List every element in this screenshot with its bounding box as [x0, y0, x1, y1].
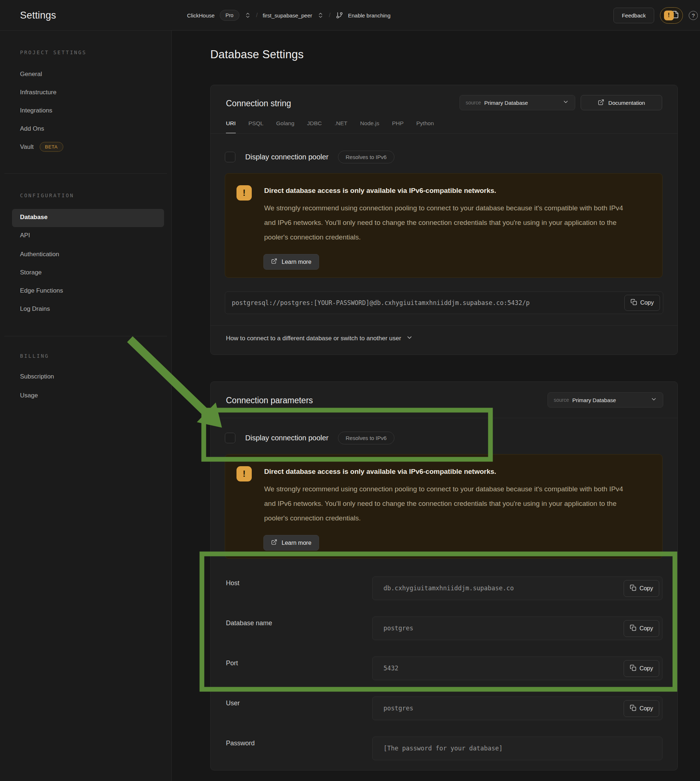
warning-title: Direct database access is only available… [264, 468, 496, 476]
display-connection-pooler-checkbox[interactable] [225, 152, 235, 162]
connection-parameters-title: Connection parameters [226, 396, 313, 406]
source-select-value: Primary Database [484, 100, 559, 106]
connect-help-expander[interactable]: How to connect to a different database o… [226, 334, 413, 343]
sidebar-item-authentication[interactable]: Authentication [20, 251, 59, 258]
connection-string-card: Connection string source Primary Databas… [210, 85, 678, 355]
card-divider [211, 133, 677, 134]
source-select-value: Primary Database [572, 397, 647, 403]
tab-jdbc[interactable]: JDBC [307, 120, 322, 134]
user-input: postgres Copy [372, 697, 663, 720]
help-icon[interactable]: ? [689, 11, 698, 20]
resolves-to-ipv6-badge: Resolves to IPv6 [338, 151, 394, 164]
connect-help-label: How to connect to a different database o… [226, 335, 401, 342]
connection-type-tabs: URI PSQL Golang JDBC .NET Node.js PHP Py… [226, 120, 434, 134]
copy-database-name-button[interactable]: Copy [623, 620, 659, 637]
tab-uri[interactable]: URI [226, 120, 236, 134]
source-select[interactable]: source Primary Database [548, 392, 663, 407]
warning-title: Direct database access is only available… [264, 187, 496, 195]
connection-parameters-card: Connection parameters source Primary Dat… [210, 381, 678, 771]
warning-alert-icon: ! [237, 185, 252, 200]
copy-uri-button[interactable]: Copy [624, 295, 660, 311]
warning-body: We strongly recommend using connection p… [264, 482, 633, 526]
section-project-settings: PROJECT SETTINGS [20, 50, 87, 55]
tab-nodejs[interactable]: Node.js [360, 120, 380, 134]
sidebar-item-vault[interactable]: Vault BETA [20, 142, 63, 152]
sidebar-item-general[interactable]: General [20, 71, 42, 78]
breadcrumb-org[interactable]: ClickHouse [187, 12, 215, 18]
card-divider [211, 325, 677, 326]
tab-golang[interactable]: Golang [276, 120, 294, 134]
learn-more-label: Learn more [282, 259, 312, 265]
chevrons-up-down-icon[interactable] [245, 12, 251, 18]
source-select[interactable]: source Primary Database [460, 95, 575, 110]
learn-more-button[interactable]: Learn more [263, 535, 319, 551]
copy-button-label: Copy [640, 665, 653, 672]
connection-uri-value: postgresql://postgres:[YOUR-PASSWORD]@db… [232, 292, 616, 314]
host-value: db.cxhygiuitamxhniiddjm.supabase.co [383, 577, 611, 600]
tab-php[interactable]: PHP [392, 120, 403, 134]
sidebar-item-log-drains[interactable]: Log Drains [20, 305, 50, 313]
copy-user-button[interactable]: Copy [623, 700, 659, 717]
database-name-input: postgres Copy [372, 616, 663, 640]
sidebar-item-storage[interactable]: Storage [20, 269, 42, 276]
port-label: Port [226, 659, 238, 667]
copy-port-button[interactable]: Copy [623, 660, 659, 677]
password-value: [The password for your database] [383, 737, 655, 760]
pooler-checkbox-label: Display connection pooler [245, 434, 328, 442]
sidebar-item-edge-functions[interactable]: Edge Functions [20, 287, 63, 294]
documentation-button-label: Documentation [608, 100, 645, 106]
external-link-icon [271, 539, 277, 547]
documentation-button[interactable]: Documentation [581, 95, 662, 110]
tab-psql[interactable]: PSQL [248, 120, 263, 134]
copy-button-label: Copy [640, 625, 653, 632]
tab-python[interactable]: Python [416, 120, 434, 134]
connection-uri-box: postgresql://postgres:[YOUR-PASSWORD]@db… [225, 292, 663, 314]
card-divider [211, 418, 677, 418]
main-page-title: Database Settings [210, 48, 304, 61]
chevron-down-icon [406, 334, 413, 343]
header-actions: Feedback ! ? [613, 0, 698, 30]
learn-more-button[interactable]: Learn more [263, 254, 319, 270]
copy-button-label: Copy [640, 300, 654, 306]
sidebar-item-subscription[interactable]: Subscription [20, 373, 54, 380]
settings-page: Settings ClickHouse Pro / first_supabase… [0, 0, 700, 781]
org-notification-chip[interactable]: ! [660, 7, 683, 23]
breadcrumb-project[interactable]: first_supabase_peer [263, 12, 312, 18]
pooler-checkbox-label: Display connection pooler [245, 153, 328, 161]
feedback-button[interactable]: Feedback [613, 8, 654, 23]
password-input: [The password for your database] [372, 737, 663, 760]
resolves-to-ipv6-badge: Resolves to IPv6 [338, 432, 394, 444]
warning-alert-icon: ! [237, 466, 252, 481]
display-connection-pooler-checkbox[interactable] [225, 433, 235, 443]
tab-dotnet[interactable]: .NET [335, 120, 347, 134]
sidebar-item-add-ons[interactable]: Add Ons [20, 125, 44, 132]
section-configuration: CONFIGURATION [20, 192, 74, 199]
sidebar-item-integrations[interactable]: Integrations [20, 107, 52, 114]
enable-branching-button[interactable]: Enable branching [348, 12, 391, 18]
chevron-down-icon [562, 98, 569, 107]
alert-icon: ! [664, 10, 674, 20]
user-value: postgres [383, 697, 611, 720]
beta-badge: BETA [40, 142, 63, 152]
copy-icon [630, 624, 636, 632]
external-link-icon [271, 258, 277, 266]
copy-icon [630, 664, 636, 673]
sidebar-item-usage[interactable]: Usage [20, 392, 38, 399]
sidebar-divider [4, 173, 167, 174]
copy-host-button[interactable]: Copy [623, 580, 659, 597]
copy-button-label: Copy [640, 705, 653, 712]
sidebar-item-api[interactable]: API [20, 232, 30, 239]
plan-badge: Pro [220, 10, 239, 21]
sidebar-divider [4, 336, 167, 336]
database-name-label: Database name [226, 619, 272, 627]
breadcrumb-separator: / [256, 12, 258, 18]
sidebar-item-database[interactable]: Database [20, 214, 48, 221]
external-link-icon [598, 99, 604, 107]
ipv6-warning-banner: ! Direct database access is only availab… [225, 173, 663, 278]
user-label: User [226, 699, 240, 707]
port-input: 5432 Copy [372, 656, 663, 680]
sidebar-item-infrastructure[interactable]: Infrastructure [20, 89, 57, 96]
database-name-value: postgres [383, 617, 611, 640]
chevrons-up-down-icon[interactable] [317, 12, 324, 18]
copy-button-label: Copy [640, 585, 653, 592]
